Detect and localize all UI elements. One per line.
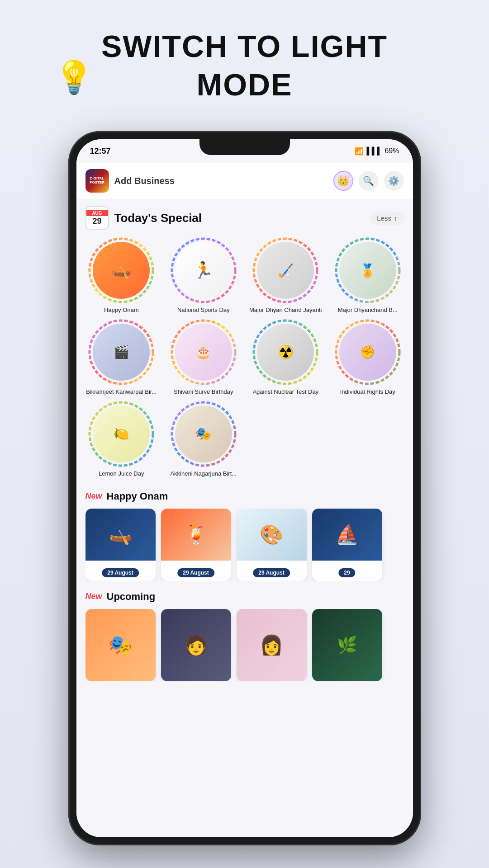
upcoming-section: New Upcoming 🎭 🧑 [76,585,413,685]
banner-title-line1: SWITCH TO LIGHT [101,29,388,63]
grid-item-shivani[interactable]: 🎂 Shivani Surve Birthday [165,319,242,396]
circle-ring-rights: ✊ [334,319,401,386]
circle-ring-nuclear: ☢️ [252,319,319,386]
onam-card-2-image: 🍹 [161,509,231,561]
onam-card-4-date: 29 [338,568,355,577]
grid-item-akkineni[interactable]: 🎭 Akkineni Nagarjuna Birt... [165,401,242,478]
onam-card-3[interactable]: 🎨 29 August [237,509,307,581]
upcoming-card-2-image: 🧑 [161,609,231,681]
add-business-text: Add Business [114,176,328,186]
volume-up-button[interactable] [68,231,69,262]
rights-label: Individual Rights Day [340,388,395,396]
dhyan-label: Major Dhyan Chand Jayanti [249,307,322,314]
today-special-title: Today's Special [114,211,366,225]
calendar-icon: AUG 29 [85,206,109,230]
status-time: 12:57 [90,146,111,156]
upcoming-card-4-image: 🌿 [312,609,382,681]
settings-icon: ⚙️ [388,175,399,186]
dhyan-inner: 🏑 [257,242,314,299]
shivani-label: Shivani Surve Birthday [174,388,233,396]
onam-card-2[interactable]: 🍹 29 August [161,509,231,581]
grid-item-nuclear-test-day[interactable]: ☢️ Against Nuclear Test Day [247,319,325,396]
phone-frame: 12:57 📶 ▌▌▌ 69% DIGITALPOSTER Add Busine… [68,131,421,845]
circle-ring-shivani: 🎂 [170,319,237,386]
signal-icon: ▌▌▌ [366,147,382,155]
calendar-day: 29 [92,216,101,226]
upcoming-card-2[interactable]: 🧑 [161,609,231,681]
search-icon: 🔍 [363,175,374,186]
onam-card-4-image: ⛵ [312,509,382,561]
onam-card-3-image: 🎨 [237,509,307,561]
search-button[interactable]: 🔍 [359,171,379,191]
phone-screen: 12:57 📶 ▌▌▌ 69% DIGITALPOSTER Add Busine… [76,139,413,837]
onam-card-1-image: 🛶 [85,509,156,561]
less-button[interactable]: Less ↑ [370,212,404,225]
happy-onam-section-title: Happy Onam [107,491,168,502]
grid-item-bikramjeet[interactable]: 🎬 Bikramjeet Kanwarpal Bir... [83,319,161,396]
circle-ring-bikramjeet: 🎬 [88,319,155,386]
new-badge-onam: New [85,491,102,501]
akkineni-inner: 🎭 [175,406,232,462]
app-logo[interactable]: DIGITALPOSTER [85,169,109,193]
new-badge-upcoming: New [85,592,102,601]
onam-card-1[interactable]: 🛶 29 August [85,509,156,581]
grid-item-lemon-juice-day[interactable]: 🍋 Lemon Juice Day [83,401,161,478]
volume-down-button[interactable] [68,271,69,303]
grid-item-dhyanchand-b[interactable]: 🏅 Major Dhyanchand B... [329,237,407,314]
banner-title-line2: MODE [197,68,293,102]
less-label: Less [377,214,391,222]
battery-icon: 69% [385,147,399,155]
bulb-icon: 💡 [54,59,94,96]
sports-inner: 🏃 [175,242,232,299]
nuclear-label: Against Nuclear Test Day [252,388,318,396]
sports-label: National Sports Day [177,307,230,314]
rights-inner: ✊ [339,324,396,381]
dhyanchand-inner: 🏅 [339,242,396,299]
upcoming-card-1[interactable]: 🎭 [85,609,156,681]
calendar-month: AUG [86,210,108,216]
nuclear-inner: ☢️ [257,324,314,381]
onam-inner: 🛶 [93,242,150,299]
bikramjeet-label: Bikramjeet Kanwarpal Bir... [86,388,157,396]
today-special-grid: 🛶 Happy Onam [76,234,413,484]
grid-item-dhyan-chand[interactable]: 🏑 Major Dhyan Chand Jayanti [247,237,325,314]
upcoming-card-4[interactable]: 🌿 [312,609,382,681]
happy-onam-section: New Happy Onam 🛶 29 August 🍹 29 A [76,484,413,585]
chevron-up-icon: ↑ [394,214,398,222]
grid-item-happy-onam[interactable]: 🛶 Happy Onam [83,237,161,314]
happy-onam-header-row: New Happy Onam [85,491,404,502]
onam-card-4[interactable]: ⛵ 29 [312,509,382,581]
lemon-label: Lemon Juice Day [99,470,144,478]
upcoming-section-title: Upcoming [107,591,156,603]
bikramjeet-inner: 🎬 [93,324,150,381]
grid-item-individual-rights[interactable]: ✊ Individual Rights Day [329,319,407,396]
circle-ring-sports: 🏃 [170,237,237,304]
crown-button[interactable]: 👑 [333,171,353,191]
upcoming-card-1-image: 🎭 [85,609,156,681]
wifi-icon: 📶 [355,147,364,156]
today-special-header: AUG 29 Today's Special Less ↑ [76,199,413,234]
top-banner: SWITCH TO LIGHT MODE 💡 [0,0,489,131]
onam-cards-row: 🛶 29 August 🍹 29 August 🎨 [85,509,404,581]
onam-card-2-date: 29 August [177,568,214,577]
grid-item-national-sports-day[interactable]: 🏃 National Sports Day [165,237,242,314]
app-content[interactable]: DIGITALPOSTER Add Business 👑 🔍 ⚙️ AUG 29 [76,163,413,837]
lemon-inner: 🍋 [93,406,150,462]
upcoming-header-row: New Upcoming [85,591,404,603]
power-button[interactable] [421,244,421,276]
circle-ring-akkineni: 🎭 [170,401,237,467]
onam-card-3-date: 29 August [253,568,290,577]
upcoming-card-3-image: 👩 [237,609,307,681]
onam-card-1-date: 29 August [102,568,139,577]
app-header: DIGITALPOSTER Add Business 👑 🔍 ⚙️ [76,163,413,199]
circle-ring-dhyanchand: 🏅 [334,237,401,304]
circle-ring-lemon: 🍋 [88,401,155,467]
settings-button[interactable]: ⚙️ [384,171,404,191]
crown-icon: 👑 [337,175,349,187]
upcoming-card-3[interactable]: 👩 [237,609,307,681]
upcoming-cards-row: 🎭 🧑 👩 🌿 [85,609,404,681]
shivani-inner: 🎂 [175,324,232,381]
dhyanchand-label: Major Dhyanchand B... [338,307,398,314]
akkineni-label: Akkineni Nagarjuna Birt... [170,470,237,478]
circle-ring-dhyan: 🏑 [252,237,319,304]
